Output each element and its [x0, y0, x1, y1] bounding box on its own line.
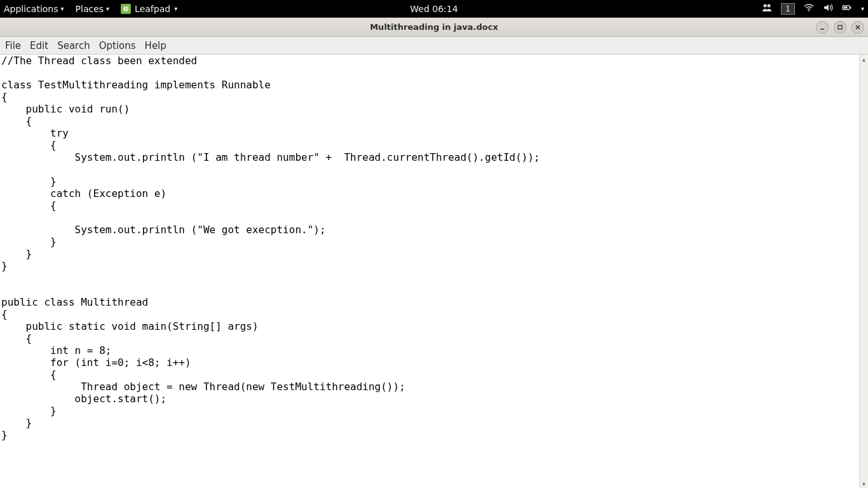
svg-rect-6	[843, 7, 847, 9]
menu-edit[interactable]: Edit	[30, 40, 48, 51]
wifi-icon[interactable]	[804, 3, 814, 14]
active-app-label: Leafpad	[135, 4, 170, 14]
caret-down-icon: ▾	[106, 5, 109, 12]
menu-file[interactable]: File	[5, 40, 21, 51]
svg-rect-7	[820, 29, 824, 30]
desktop-top-panel: Applications ▾ Places ▾ Leafpad ▾ Wed 06…	[0, 0, 868, 17]
workspace-indicator[interactable]: 1	[781, 3, 795, 15]
window-titlebar[interactable]: Multithreading in java.docx	[0, 18, 868, 37]
panel-left-group: Applications ▾ Places ▾ Leafpad ▾	[4, 4, 177, 14]
svg-point-2	[768, 4, 771, 8]
svg-rect-0	[123, 6, 128, 11]
users-icon[interactable]	[762, 3, 772, 14]
text-editor[interactable]: //The Thread class been extended class T…	[0, 55, 859, 488]
window-controls	[816, 21, 864, 34]
active-app-indicator[interactable]: Leafpad ▾	[121, 4, 177, 14]
battery-icon[interactable]	[842, 3, 852, 14]
caret-down-icon: ▾	[61, 5, 64, 12]
menu-help[interactable]: Help	[145, 40, 166, 51]
caret-down-icon: ▾	[174, 5, 177, 12]
minimize-button[interactable]	[816, 21, 829, 34]
close-button[interactable]	[851, 21, 864, 34]
editor-area: //The Thread class been extended class T…	[0, 55, 868, 488]
svg-rect-8	[838, 25, 842, 29]
menubar: File Edit Search Options Help	[0, 37, 868, 55]
volume-icon[interactable]	[823, 3, 833, 14]
scroll-down-arrow-icon[interactable]: ▾	[860, 479, 868, 488]
window-title: Multithreading in java.docx	[370, 22, 498, 32]
places-menu[interactable]: Places ▾	[76, 4, 110, 14]
leafpad-icon	[121, 4, 131, 14]
workspace-number: 1	[785, 4, 790, 13]
system-menu-caret-icon[interactable]: ▾	[861, 5, 864, 12]
clock-label: Wed 06:14	[410, 4, 458, 14]
menu-search[interactable]: Search	[57, 40, 90, 51]
leafpad-window: Multithreading in java.docx File Edit Se…	[0, 17, 868, 488]
applications-menu[interactable]: Applications ▾	[4, 4, 64, 14]
applications-menu-label: Applications	[4, 4, 58, 14]
maximize-button[interactable]	[834, 21, 846, 34]
panel-clock[interactable]: Wed 06:14	[410, 4, 458, 14]
places-menu-label: Places	[76, 4, 104, 14]
scroll-up-arrow-icon[interactable]: ▴	[860, 55, 868, 64]
svg-point-1	[764, 4, 767, 8]
panel-right-group: 1 ▾	[762, 3, 864, 15]
svg-point-3	[808, 10, 810, 11]
vertical-scrollbar[interactable]: ▴ ▾	[859, 55, 868, 488]
menu-options[interactable]: Options	[99, 40, 136, 51]
svg-rect-5	[850, 7, 851, 9]
